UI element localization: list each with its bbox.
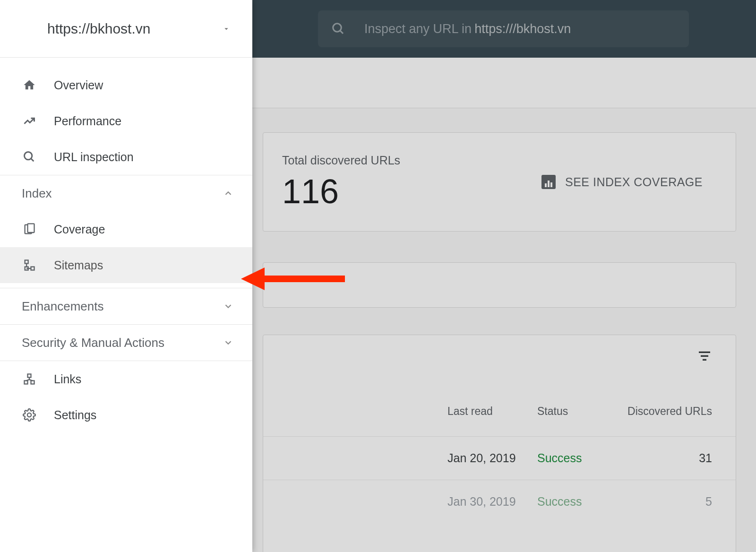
svg-rect-15	[25, 381, 28, 384]
svg-rect-11	[31, 267, 34, 270]
sidebar-item-url-inspection[interactable]: URL inspection	[0, 139, 252, 175]
svg-point-20	[27, 413, 31, 417]
svg-line-18	[26, 380, 29, 380]
sitemap-icon	[22, 259, 37, 272]
sidebar-item-overview[interactable]: Overview	[0, 67, 252, 103]
svg-rect-14	[28, 374, 31, 378]
dropdown-icon	[222, 25, 231, 33]
chevron-down-icon	[223, 337, 233, 348]
section-security[interactable]: Security & Manual Actions	[0, 325, 252, 361]
annotation-arrow	[241, 265, 350, 293]
svg-point-5	[25, 152, 32, 160]
property-selector[interactable]: https://bkhost.vn	[0, 0, 252, 58]
links-icon	[22, 372, 37, 386]
sidebar-item-sitemaps[interactable]: Sitemaps	[0, 247, 252, 283]
sidebar-item-label: Links	[54, 372, 81, 386]
sidebar-item-coverage[interactable]: Coverage	[0, 211, 252, 247]
section-label: Enhancements	[22, 299, 103, 314]
svg-marker-22	[241, 267, 265, 290]
svg-rect-9	[25, 260, 28, 264]
sidebar-item-links[interactable]: Links	[0, 361, 252, 397]
section-label: Security & Manual Actions	[22, 336, 164, 350]
sidebar: https://bkhost.vn Overview Performance U…	[0, 0, 252, 552]
coverage-icon	[22, 223, 37, 236]
sidebar-item-label: Overview	[54, 78, 103, 92]
sidebar-item-settings[interactable]: Settings	[0, 397, 252, 433]
sidebar-item-label: URL inspection	[54, 150, 134, 164]
section-index[interactable]: Index	[0, 175, 252, 211]
sidebar-item-label: Sitemaps	[54, 259, 103, 272]
svg-rect-8	[28, 224, 34, 233]
search-icon	[22, 150, 37, 164]
sidebar-item-label: Performance	[54, 114, 121, 128]
section-label: Index	[22, 186, 52, 201]
svg-line-19	[29, 380, 33, 380]
svg-rect-16	[31, 381, 34, 384]
gear-icon	[22, 408, 37, 422]
home-icon	[22, 78, 37, 92]
section-enhancements[interactable]: Enhancements	[0, 288, 252, 324]
svg-line-6	[31, 159, 34, 162]
sidebar-item-label: Settings	[54, 408, 96, 422]
chevron-down-icon	[223, 301, 233, 311]
chevron-up-icon	[223, 188, 233, 198]
trending-icon	[22, 114, 37, 128]
property-url: https://bkhost.vn	[47, 21, 150, 37]
sidebar-item-label: Coverage	[54, 223, 105, 236]
sidebar-item-performance[interactable]: Performance	[0, 103, 252, 139]
